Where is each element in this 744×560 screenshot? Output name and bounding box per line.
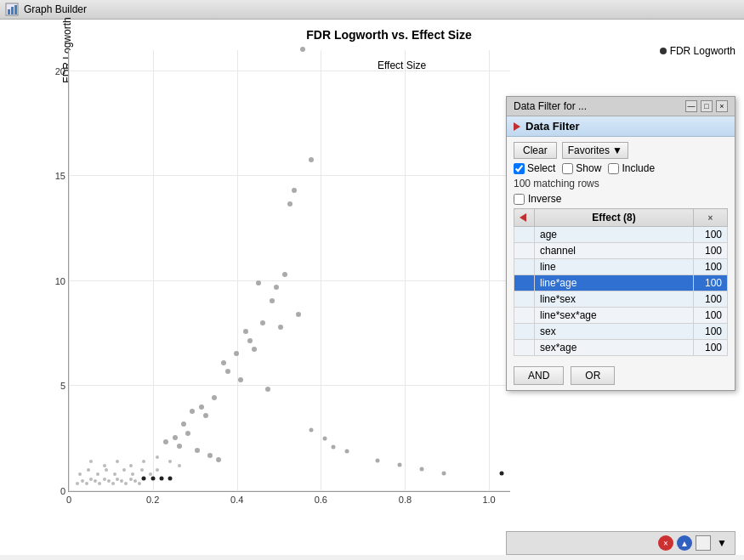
row-indicator bbox=[514, 291, 535, 308]
dot bbox=[260, 320, 265, 325]
row-name[interactable]: age bbox=[535, 227, 694, 243]
dot bbox=[323, 436, 327, 440]
dot bbox=[420, 467, 424, 472]
dot bbox=[142, 460, 145, 463]
chart-area: 0 5 10 15 20 0 0.2 0.4 0.6 0.8 1.0 bbox=[68, 50, 510, 492]
legend-dot bbox=[660, 48, 667, 54]
favorites-button[interactable]: Favorites ▼ bbox=[562, 142, 628, 159]
dot-black bbox=[499, 472, 503, 476]
dot bbox=[122, 468, 126, 472]
filter-footer: AND OR bbox=[507, 361, 735, 390]
maximize-button[interactable]: □ bbox=[701, 100, 713, 112]
inverse-checkbox[interactable] bbox=[514, 194, 525, 205]
table-close-icon[interactable]: × bbox=[708, 213, 713, 223]
row-indicator bbox=[514, 324, 535, 340]
dot bbox=[129, 464, 133, 467]
table-header-indicator bbox=[514, 209, 535, 227]
dot bbox=[107, 479, 111, 483]
dot bbox=[178, 464, 181, 467]
y-tick-10: 10 bbox=[55, 276, 69, 286]
table-row[interactable]: line*sex*age 100 bbox=[514, 308, 728, 324]
dot bbox=[274, 285, 279, 290]
row-indicator bbox=[514, 275, 535, 291]
row-indicator bbox=[514, 308, 535, 324]
row-name[interactable]: line*sex*age bbox=[535, 308, 694, 324]
dot bbox=[185, 431, 190, 436]
row-indicator bbox=[514, 227, 535, 243]
table-row[interactable]: sex 100 bbox=[514, 324, 728, 340]
dot bbox=[103, 464, 106, 467]
y-tick-15: 15 bbox=[55, 171, 69, 181]
dot bbox=[300, 47, 305, 52]
show-checkbox[interactable] bbox=[562, 163, 573, 174]
table-row[interactable]: age 100 bbox=[514, 227, 728, 243]
dot bbox=[207, 453, 213, 458]
bottom-toolbar: × ▲ ▼ bbox=[506, 531, 735, 555]
table-row[interactable]: sex*age 100 bbox=[514, 340, 728, 356]
dot bbox=[234, 351, 239, 356]
close-button[interactable]: × bbox=[716, 100, 728, 112]
dot bbox=[120, 479, 123, 483]
delete-icon[interactable]: × bbox=[658, 535, 673, 551]
row-name[interactable]: channel bbox=[535, 243, 694, 259]
dot bbox=[221, 360, 226, 365]
matching-rows: 100 matching rows bbox=[514, 178, 728, 189]
table-row[interactable]: line 100 bbox=[514, 259, 728, 275]
select-checkbox-label[interactable]: Select bbox=[514, 162, 555, 174]
filter-header: Data Filter bbox=[507, 116, 735, 137]
dropdown-icon[interactable]: ▼ bbox=[714, 535, 730, 551]
dot bbox=[87, 468, 90, 472]
dot bbox=[376, 458, 380, 462]
and-button[interactable]: AND bbox=[514, 366, 564, 385]
main-area: FDR Logworth vs. Effect Size FDR Logwort… bbox=[0, 20, 744, 555]
dot bbox=[238, 377, 243, 382]
filter-panel: Data Filter for ... — □ × Data Filter Cl… bbox=[506, 96, 735, 391]
dot bbox=[103, 478, 106, 481]
table-row[interactable]: line*sex 100 bbox=[514, 291, 728, 308]
dot bbox=[265, 387, 270, 392]
up-icon[interactable]: ▲ bbox=[677, 535, 692, 551]
table-row[interactable]: line*age 100 bbox=[514, 275, 728, 291]
include-checkbox-label[interactable]: Include bbox=[608, 162, 655, 174]
row-name[interactable]: line*age bbox=[535, 275, 694, 291]
dot bbox=[282, 272, 287, 277]
empty-box-icon[interactable] bbox=[696, 535, 711, 551]
table-row[interactable]: channel 100 bbox=[514, 243, 728, 259]
row-indicator bbox=[514, 259, 535, 275]
minimize-button[interactable]: — bbox=[685, 100, 697, 112]
dot bbox=[111, 482, 115, 485]
row-indicator bbox=[514, 340, 535, 356]
filter-controls-row: Clear Favorites ▼ bbox=[514, 142, 728, 159]
x-tick-10: 1.0 bbox=[482, 495, 495, 505]
show-checkbox-label[interactable]: Show bbox=[562, 162, 601, 174]
row-name[interactable]: line bbox=[535, 259, 694, 275]
dot bbox=[105, 468, 108, 472]
row-name[interactable]: sex bbox=[535, 324, 694, 340]
row-name[interactable]: line*sex bbox=[535, 291, 694, 308]
dot bbox=[225, 369, 230, 374]
dot bbox=[96, 472, 99, 476]
dot bbox=[140, 468, 144, 472]
dot bbox=[310, 427, 314, 432]
filter-title-bar: Data Filter for ... — □ × bbox=[507, 97, 735, 116]
inverse-label: Inverse bbox=[528, 193, 561, 205]
table-sort-icon[interactable] bbox=[520, 213, 526, 222]
dot bbox=[296, 312, 301, 317]
effect-column-header[interactable]: Effect (8) bbox=[535, 209, 694, 227]
dot bbox=[270, 298, 275, 303]
or-button[interactable]: OR bbox=[571, 366, 615, 385]
dot bbox=[292, 188, 297, 193]
dot bbox=[442, 472, 446, 476]
clear-button[interactable]: Clear bbox=[514, 142, 557, 159]
dot bbox=[81, 479, 84, 483]
row-count: 100 bbox=[694, 227, 728, 243]
graph-builder-icon bbox=[5, 3, 19, 16]
favorites-dropdown-icon: ▼ bbox=[612, 144, 622, 156]
include-checkbox[interactable] bbox=[608, 163, 619, 174]
select-checkbox[interactable] bbox=[514, 163, 525, 174]
y-tick-5: 5 bbox=[60, 381, 69, 391]
filter-collapse-icon[interactable] bbox=[514, 122, 520, 131]
row-name[interactable]: sex*age bbox=[535, 340, 694, 356]
dot bbox=[124, 482, 128, 485]
svg-rect-1 bbox=[8, 9, 10, 14]
